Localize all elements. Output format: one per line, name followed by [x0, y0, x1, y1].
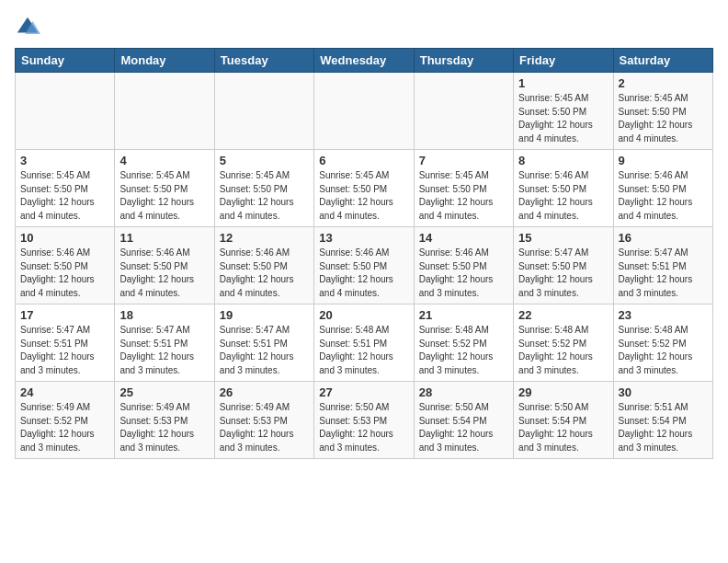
calendar-week-3: 10Sunrise: 5:46 AM Sunset: 5:50 PM Dayli… — [16, 227, 713, 304]
day-detail: Sunrise: 5:47 AM Sunset: 5:51 PM Dayligh… — [619, 247, 708, 300]
day-detail: Sunrise: 5:46 AM Sunset: 5:50 PM Dayligh… — [20, 247, 109, 300]
day-detail: Sunrise: 5:48 AM Sunset: 5:51 PM Dayligh… — [319, 324, 408, 377]
calendar-week-2: 3Sunrise: 5:45 AM Sunset: 5:50 PM Daylig… — [16, 150, 713, 227]
day-detail: Sunrise: 5:45 AM Sunset: 5:50 PM Dayligh… — [419, 169, 508, 223]
calendar-day: 19Sunrise: 5:47 AM Sunset: 5:51 PM Dayli… — [214, 304, 313, 382]
calendar-day: 16Sunrise: 5:47 AM Sunset: 5:51 PM Dayli… — [613, 227, 712, 304]
calendar-day: 27Sunrise: 5:50 AM Sunset: 5:53 PM Dayli… — [314, 382, 414, 459]
day-number: 15 — [518, 231, 608, 245]
column-header-tuesday: Tuesday — [214, 49, 313, 73]
day-detail: Sunrise: 5:49 AM Sunset: 5:53 PM Dayligh… — [119, 401, 209, 454]
day-detail: Sunrise: 5:46 AM Sunset: 5:50 PM Dayligh… — [319, 247, 408, 300]
day-detail: Sunrise: 5:45 AM Sunset: 5:50 PM Dayligh… — [220, 169, 309, 223]
day-number: 12 — [220, 231, 309, 245]
day-number: 8 — [518, 154, 608, 167]
calendar-day: 17Sunrise: 5:47 AM Sunset: 5:51 PM Dayli… — [16, 304, 115, 382]
calendar-day: 8Sunrise: 5:46 AM Sunset: 5:50 PM Daylig… — [514, 150, 613, 227]
day-detail: Sunrise: 5:46 AM Sunset: 5:50 PM Dayligh… — [619, 169, 708, 223]
calendar-day: 2Sunrise: 5:45 AM Sunset: 5:50 PM Daylig… — [613, 73, 712, 150]
day-number: 14 — [419, 231, 508, 245]
calendar-day: 11Sunrise: 5:46 AM Sunset: 5:50 PM Dayli… — [115, 227, 214, 304]
day-detail: Sunrise: 5:46 AM Sunset: 5:50 PM Dayligh… — [518, 169, 608, 223]
logo-icon — [15, 15, 40, 40]
day-number: 7 — [419, 154, 508, 167]
day-number: 18 — [119, 308, 209, 322]
day-detail: Sunrise: 5:47 AM Sunset: 5:51 PM Dayligh… — [119, 324, 209, 377]
day-detail: Sunrise: 5:45 AM Sunset: 5:50 PM Dayligh… — [20, 169, 109, 223]
calendar-day — [16, 73, 115, 150]
calendar-day: 28Sunrise: 5:50 AM Sunset: 5:54 PM Dayli… — [414, 382, 513, 459]
calendar-day: 13Sunrise: 5:46 AM Sunset: 5:50 PM Dayli… — [314, 227, 414, 304]
calendar-day: 24Sunrise: 5:49 AM Sunset: 5:52 PM Dayli… — [16, 382, 115, 459]
calendar-day — [314, 73, 414, 150]
day-number: 30 — [619, 385, 708, 399]
day-detail: Sunrise: 5:50 AM Sunset: 5:54 PM Dayligh… — [419, 401, 508, 454]
calendar-day: 30Sunrise: 5:51 AM Sunset: 5:54 PM Dayli… — [613, 382, 712, 459]
calendar-day: 23Sunrise: 5:48 AM Sunset: 5:52 PM Dayli… — [613, 304, 712, 382]
column-header-sunday: Sunday — [16, 49, 115, 73]
day-detail: Sunrise: 5:46 AM Sunset: 5:50 PM Dayligh… — [419, 247, 508, 300]
day-number: 21 — [419, 308, 508, 322]
day-number: 20 — [319, 308, 408, 322]
day-number: 10 — [20, 231, 109, 245]
day-detail: Sunrise: 5:49 AM Sunset: 5:53 PM Dayligh… — [220, 401, 309, 454]
calendar-day: 4Sunrise: 5:45 AM Sunset: 5:50 PM Daylig… — [115, 150, 214, 227]
calendar-day: 25Sunrise: 5:49 AM Sunset: 5:53 PM Dayli… — [115, 382, 214, 459]
calendar-day: 26Sunrise: 5:49 AM Sunset: 5:53 PM Dayli… — [214, 382, 313, 459]
calendar-day: 10Sunrise: 5:46 AM Sunset: 5:50 PM Dayli… — [16, 227, 115, 304]
day-detail: Sunrise: 5:48 AM Sunset: 5:52 PM Dayligh… — [518, 324, 608, 377]
day-number: 26 — [220, 385, 309, 399]
calendar-day — [214, 73, 313, 150]
day-detail: Sunrise: 5:45 AM Sunset: 5:50 PM Dayligh… — [518, 92, 608, 145]
day-number: 16 — [619, 231, 708, 245]
calendar-day: 29Sunrise: 5:50 AM Sunset: 5:54 PM Dayli… — [514, 382, 613, 459]
day-detail: Sunrise: 5:49 AM Sunset: 5:52 PM Dayligh… — [20, 401, 109, 454]
calendar-day: 9Sunrise: 5:46 AM Sunset: 5:50 PM Daylig… — [613, 150, 712, 227]
column-header-thursday: Thursday — [414, 49, 513, 73]
day-number: 19 — [220, 308, 309, 322]
calendar-day: 15Sunrise: 5:47 AM Sunset: 5:50 PM Dayli… — [514, 227, 613, 304]
day-number: 5 — [220, 154, 309, 167]
column-header-friday: Friday — [514, 49, 613, 73]
day-detail: Sunrise: 5:51 AM Sunset: 5:54 PM Dayligh… — [619, 401, 708, 454]
day-number: 23 — [619, 308, 708, 322]
day-detail: Sunrise: 5:50 AM Sunset: 5:54 PM Dayligh… — [518, 401, 608, 454]
calendar-day: 6Sunrise: 5:45 AM Sunset: 5:50 PM Daylig… — [314, 150, 414, 227]
logo — [15, 15, 44, 40]
calendar-day: 5Sunrise: 5:45 AM Sunset: 5:50 PM Daylig… — [214, 150, 313, 227]
calendar-day: 18Sunrise: 5:47 AM Sunset: 5:51 PM Dayli… — [115, 304, 214, 382]
calendar-week-5: 24Sunrise: 5:49 AM Sunset: 5:52 PM Dayli… — [16, 382, 713, 459]
day-detail: Sunrise: 5:45 AM Sunset: 5:50 PM Dayligh… — [119, 169, 209, 223]
calendar-day: 3Sunrise: 5:45 AM Sunset: 5:50 PM Daylig… — [16, 150, 115, 227]
day-detail: Sunrise: 5:48 AM Sunset: 5:52 PM Dayligh… — [419, 324, 508, 377]
day-number: 6 — [319, 154, 408, 167]
day-detail: Sunrise: 5:46 AM Sunset: 5:50 PM Dayligh… — [220, 247, 309, 300]
day-detail: Sunrise: 5:47 AM Sunset: 5:51 PM Dayligh… — [20, 324, 109, 377]
calendar-day: 20Sunrise: 5:48 AM Sunset: 5:51 PM Dayli… — [314, 304, 414, 382]
calendar-day: 22Sunrise: 5:48 AM Sunset: 5:52 PM Dayli… — [514, 304, 613, 382]
column-header-saturday: Saturday — [613, 49, 712, 73]
day-number: 29 — [518, 385, 608, 399]
day-detail: Sunrise: 5:45 AM Sunset: 5:50 PM Dayligh… — [619, 92, 708, 145]
column-header-wednesday: Wednesday — [314, 49, 414, 73]
calendar-header-row: SundayMondayTuesdayWednesdayThursdayFrid… — [16, 49, 713, 73]
calendar-day: 7Sunrise: 5:45 AM Sunset: 5:50 PM Daylig… — [414, 150, 513, 227]
day-detail: Sunrise: 5:45 AM Sunset: 5:50 PM Dayligh… — [319, 169, 408, 223]
day-number: 24 — [20, 385, 109, 399]
day-number: 9 — [619, 154, 708, 167]
day-number: 11 — [119, 231, 209, 245]
day-number: 2 — [619, 76, 708, 90]
day-number: 13 — [319, 231, 408, 245]
day-number: 4 — [119, 154, 209, 167]
day-number: 3 — [20, 154, 109, 167]
day-detail: Sunrise: 5:50 AM Sunset: 5:53 PM Dayligh… — [319, 401, 408, 454]
day-number: 25 — [119, 385, 209, 399]
day-number: 27 — [319, 385, 408, 399]
day-number: 28 — [419, 385, 508, 399]
day-detail: Sunrise: 5:47 AM Sunset: 5:51 PM Dayligh… — [220, 324, 309, 377]
calendar-table: SundayMondayTuesdayWednesdayThursdayFrid… — [15, 48, 713, 459]
page-header — [15, 15, 713, 40]
day-number: 17 — [20, 308, 109, 322]
day-detail: Sunrise: 5:48 AM Sunset: 5:52 PM Dayligh… — [619, 324, 708, 377]
day-detail: Sunrise: 5:47 AM Sunset: 5:50 PM Dayligh… — [518, 247, 608, 300]
